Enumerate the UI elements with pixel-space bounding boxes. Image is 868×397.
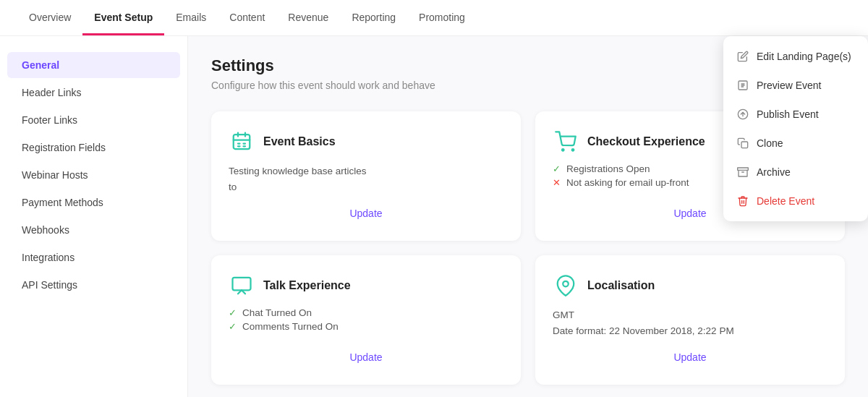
nav-tab-emails[interactable]: Emails (164, 1, 218, 35)
svg-rect-8 (233, 278, 251, 291)
check-item: ✓Chat Turned On (229, 307, 503, 318)
sidebar-item-general[interactable]: General (7, 52, 180, 78)
checkmark-icon: ✓ (553, 163, 561, 174)
update-button-localisation[interactable]: Update (553, 347, 827, 367)
publish-icon (736, 108, 749, 121)
sidebar-item-header-links[interactable]: Header Links (7, 80, 180, 106)
checkout-experience-icon (553, 129, 579, 155)
card-footer-localisation: Update (553, 347, 827, 367)
cross-icon: ✕ (553, 177, 561, 188)
dropdown-item-preview[interactable]: Preview Event (723, 71, 868, 100)
card-header-event-basics: Event Basics (229, 129, 503, 155)
dropdown-item-label: Delete Event (757, 195, 814, 207)
card-title-talk-experience: Talk Experience (263, 279, 351, 292)
svg-point-7 (572, 149, 574, 151)
archive-icon (736, 166, 749, 179)
card-footer-event-basics: Update (229, 203, 503, 223)
svg-rect-2 (741, 142, 748, 148)
dropdown-item-clone[interactable]: Clone (723, 129, 868, 158)
dropdown-item-label: Preview Event (757, 80, 821, 91)
card-title-event-basics: Event Basics (263, 135, 336, 148)
svg-point-6 (562, 149, 564, 151)
nav-tab-reporting[interactable]: Reporting (340, 1, 407, 35)
dropdown-item-label: Edit Landing Page(s) (757, 51, 851, 62)
sidebar-item-footer-links[interactable]: Footer Links (7, 107, 180, 133)
delete-icon (736, 195, 749, 208)
checkmark-icon: ✓ (229, 307, 237, 318)
sidebar: GeneralHeader LinksFooter LinksRegistrat… (0, 36, 188, 397)
card-header-talk-experience: Talk Experience (229, 273, 503, 299)
nav-tab-content[interactable]: Content (218, 1, 276, 35)
card-title-checkout-experience: Checkout Experience (587, 135, 705, 148)
check-item-text: Registrations Open (566, 163, 650, 174)
dropdown-item-archive[interactable]: Archive (723, 158, 868, 187)
sidebar-item-webinar-hosts[interactable]: Webinar Hosts (7, 162, 180, 188)
dropdown-item-label: Publish Event (757, 108, 819, 120)
card-body-localisation: GMTDate format: 22 November 2018, 2:22 P… (553, 307, 827, 338)
event-basics-icon (229, 129, 255, 155)
card-header-localisation: Localisation (553, 273, 827, 299)
edit-icon (736, 50, 749, 63)
dropdown-item-label: Clone (757, 137, 783, 149)
nav-tab-overview[interactable]: Overview (17, 1, 82, 35)
checkmark-icon: ✓ (229, 321, 237, 332)
update-button-event-basics[interactable]: Update (229, 203, 503, 223)
update-button-talk-experience[interactable]: Update (229, 347, 503, 367)
dropdown-item-edit[interactable]: Edit Landing Page(s) (723, 42, 868, 71)
sidebar-item-api-settings[interactable]: API Settings (7, 272, 180, 298)
card-body-event-basics: Testing knowledge base articlesto (229, 163, 503, 195)
dropdown-menu: Edit Landing Page(s)Preview EventPublish… (723, 36, 868, 221)
sidebar-item-integrations[interactable]: Integrations (7, 244, 180, 270)
check-item-text: Chat Turned On (242, 307, 312, 318)
card-title-localisation: Localisation (587, 279, 655, 292)
talk-experience-icon (229, 273, 255, 299)
nav-tab-event-setup[interactable]: Event Setup (82, 1, 164, 35)
top-nav: OverviewEvent SetupEmailsContentRevenueR… (0, 0, 868, 36)
svg-rect-5 (234, 135, 250, 149)
localisation-icon (553, 273, 579, 299)
check-item-text: Not asking for email up-front (566, 177, 689, 188)
check-item: ✓Comments Turned On (229, 321, 503, 332)
card-footer-talk-experience: Update (229, 347, 503, 367)
card-localisation: LocalisationGMTDate format: 22 November … (535, 255, 845, 385)
preview-icon (736, 79, 749, 92)
nav-tab-promoting[interactable]: Promoting (407, 1, 477, 35)
dropdown-item-publish[interactable]: Publish Event (723, 100, 868, 129)
dropdown-item-label: Archive (757, 166, 791, 178)
svg-rect-3 (738, 168, 749, 170)
sidebar-item-registration-fields[interactable]: Registration Fields (7, 135, 180, 161)
svg-point-9 (563, 281, 569, 287)
card-event-basics: Event BasicsTesting knowledge base artic… (211, 111, 521, 241)
dropdown-item-delete[interactable]: Delete Event (723, 187, 868, 215)
card-talk-experience: Talk Experience✓Chat Turned On✓Comments … (211, 255, 521, 385)
nav-tabs: OverviewEvent SetupEmailsContentRevenueR… (17, 1, 851, 35)
sidebar-item-payment-methods[interactable]: Payment Methods (7, 189, 180, 215)
clone-icon (736, 137, 749, 150)
card-checks-talk-experience: ✓Chat Turned On✓Comments Turned On (229, 307, 503, 335)
check-item-text: Comments Turned On (242, 321, 339, 332)
nav-tab-revenue[interactable]: Revenue (276, 1, 340, 35)
sidebar-item-webhooks[interactable]: Webhooks (7, 217, 180, 243)
